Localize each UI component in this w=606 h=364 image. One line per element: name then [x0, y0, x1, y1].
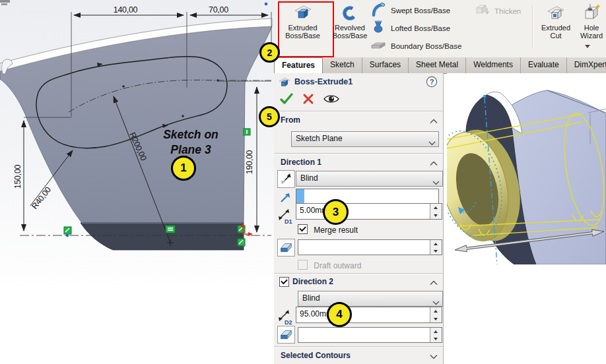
depth1-field[interactable]: 5.00mm	[296, 203, 442, 220]
chevron-down-icon	[432, 176, 440, 189]
depth2-field[interactable]: 95.00mm	[296, 307, 442, 323]
command-tab-bar: Features Sketch Surfaces Sheet Metal Wel…	[274, 57, 606, 74]
merge-result-checkbox[interactable]	[298, 224, 308, 234]
draft-outward-row: Draft outward	[298, 260, 361, 270]
tab-surfaces[interactable]: Surfaces	[362, 57, 409, 73]
callout-4: 4	[327, 302, 352, 327]
extruded-boss-base-button[interactable]: Extruded Boss/Base	[277, 1, 329, 54]
screen-artifact	[0, 0, 10, 5]
hole-wizard-label: Hole Wizard	[577, 24, 606, 40]
dim-70: 70,00	[209, 5, 228, 15]
revolved-boss-base-button[interactable]: Revolved Boss/Base	[331, 1, 369, 54]
sketch-viewport[interactable]: 140,00 70,00 150,00 190,00 R40,00 R200,0…	[0, 0, 274, 364]
tab-weldments[interactable]: Weldments	[466, 57, 521, 73]
callout-number: 2	[267, 47, 273, 58]
hole-wizard-icon	[582, 1, 601, 22]
callout-number: 4	[336, 308, 342, 321]
direction-arrow-icon	[279, 192, 291, 206]
callout-3: 3	[323, 199, 349, 225]
origin-marker	[241, 223, 253, 236]
svg-text:D1: D1	[285, 218, 292, 224]
extruded-cut-label: Extruded Cut	[537, 24, 574, 40]
model-viewport-3d[interactable]	[447, 73, 606, 264]
lofted-boss-base-button[interactable]: Lofted Boss/Base	[370, 20, 450, 37]
start-condition-dropdown[interactable]: Sketch Plane	[291, 131, 439, 147]
end-condition1-dropdown[interactable]: Blind	[296, 171, 443, 187]
callout-1: 1	[171, 156, 196, 181]
extruded-boss-icon	[293, 1, 313, 22]
panel-title: Boss-Extrude1	[294, 77, 353, 86]
thicken-button[interactable]: Thicken	[474, 3, 521, 20]
direction2-checkbox[interactable]	[279, 277, 289, 288]
dim-140: 140,00	[114, 5, 138, 15]
draft-outward-checkbox	[298, 260, 308, 270]
preview-eye-icon[interactable]	[323, 94, 340, 106]
tab-dimxpert[interactable]: DimXpert	[567, 57, 606, 73]
extruded-cut-icon	[546, 1, 566, 22]
draft1-spinner[interactable]	[430, 240, 442, 255]
sketch-drawing: 140,00 70,00 150,00 190,00 R40,00 R200,0…	[0, 0, 274, 364]
merge-result-row[interactable]: Merge result	[298, 224, 358, 235]
boundary-boss-icon	[370, 37, 386, 55]
draft1-button[interactable]	[277, 239, 295, 257]
tab-label: Weldments	[473, 60, 513, 69]
help-icon[interactable]: ?	[426, 76, 438, 90]
end-condition2-value: Blind	[302, 293, 320, 303]
chevron-up-icon[interactable]	[430, 117, 438, 126]
extruded-boss-label: Extruded Boss/Base	[277, 24, 329, 40]
draft-outward-label: Draft outward	[314, 261, 361, 270]
sketch-endpoint	[66, 234, 69, 237]
sketch-point	[182, 115, 184, 117]
section-divider	[274, 273, 443, 274]
start-condition-value: Sketch Plane	[296, 134, 343, 143]
reverse-direction-button[interactable]	[277, 170, 295, 188]
toolbar-separator	[532, 5, 533, 47]
callout-number: 5	[267, 111, 272, 122]
direction1-section-header[interactable]: Direction 1	[281, 158, 321, 167]
boundary-boss-label: Boundary Boss/Base	[391, 42, 461, 50]
end-condition1-value: Blind	[300, 173, 318, 183]
swept-boss-icon	[370, 1, 386, 20]
extrude-preview-scene	[447, 73, 606, 264]
ok-button[interactable]	[279, 92, 294, 108]
note-line2: Plane 3	[170, 143, 211, 156]
selected-contours-header[interactable]: Selected Contours	[281, 351, 351, 360]
depth2-spinner[interactable]	[430, 307, 442, 322]
tab-label: Evaluate	[528, 60, 559, 69]
chevron-down-icon	[428, 136, 436, 150]
depth1-spinner[interactable]	[430, 204, 442, 219]
hole-wizard-dropdown-arrow[interactable]	[585, 45, 590, 48]
chevron-down-icon[interactable]	[430, 352, 438, 361]
draft2-angle-field[interactable]	[298, 327, 442, 343]
tab-features[interactable]: Features	[274, 57, 323, 73]
depth1-icon: D1	[277, 208, 294, 226]
thicken-icon	[474, 2, 490, 20]
lofted-boss-label: Lofted Boss/Base	[391, 24, 450, 32]
extruded-cut-button[interactable]: Extruded Cut	[537, 1, 574, 54]
callout-number: 3	[333, 206, 339, 219]
end-condition2-dropdown[interactable]: Blind	[298, 291, 443, 307]
property-manager: Boss-Extrude1 ? From Sketch Plane Direct…	[274, 73, 444, 364]
thicken-label: Thicken	[494, 7, 521, 15]
chevron-up-icon[interactable]	[430, 278, 438, 288]
tab-evaluate[interactable]: Evaluate	[521, 57, 567, 73]
revolved-boss-label: Revolved Boss/Base	[331, 24, 369, 40]
axis-endpoint	[483, 95, 487, 98]
draft1-angle-field[interactable]	[298, 239, 442, 255]
swept-boss-base-button[interactable]: Swept Boss/Base	[370, 2, 450, 19]
boundary-boss-base-button[interactable]: Boundary Boss/Base	[370, 38, 461, 55]
draft2-spinner[interactable]	[430, 328, 442, 342]
from-section-header[interactable]: From	[281, 115, 300, 125]
ribbon-toolbar: Extruded Boss/Base Revolved Boss/Base Sw…	[274, 0, 606, 57]
tab-label: Sheet Metal	[416, 60, 458, 69]
chevron-up-icon[interactable]	[430, 159, 438, 168]
hole-wizard-button[interactable]: Hole Wizard	[577, 1, 606, 54]
tab-label: Features	[282, 61, 315, 70]
direction2-section-header[interactable]: Direction 2	[292, 277, 333, 286]
tab-label: Surfaces	[370, 60, 401, 69]
tab-sketch[interactable]: Sketch	[323, 57, 362, 73]
draft2-button[interactable]	[277, 326, 295, 344]
depth2-icon: D2	[277, 309, 294, 327]
tab-sheet-metal[interactable]: Sheet Metal	[409, 57, 466, 73]
cancel-button[interactable]	[302, 92, 315, 107]
